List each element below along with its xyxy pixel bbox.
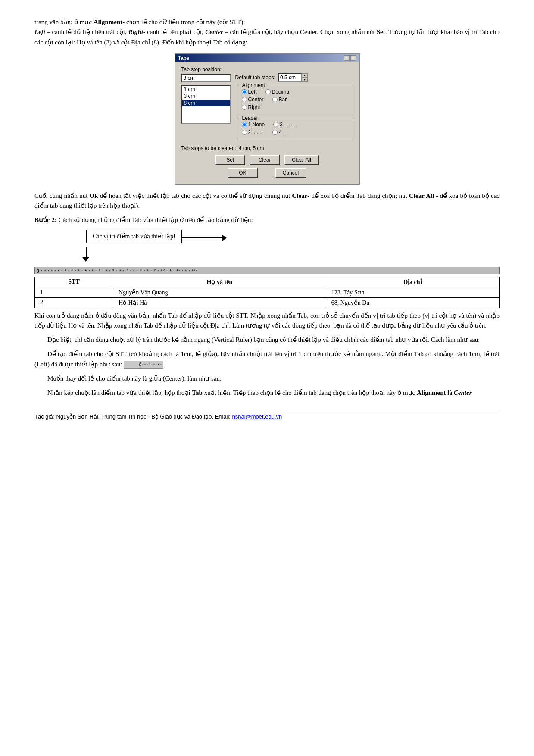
align-left-radio[interactable] (242, 89, 247, 94)
align-right-radio[interactable] (242, 105, 247, 110)
table-row: 1 Nguyễn Văn Quang 123, Tây Sơn (35, 287, 500, 297)
dialog-body: Tab stop position: Default tab stops: ▲ … (175, 62, 359, 184)
row2-address: 68, Nguyễn Du (326, 297, 499, 308)
footer: Tác giả: Nguyễn Sơn Hải, Trung tâm Tin h… (34, 411, 500, 420)
spin-buttons: ▲ ▼ (302, 73, 308, 82)
tab-list[interactable]: 1 cm 3 cm 8 cm (181, 85, 231, 124)
para5-text: Để tạo điểm tab cho cột STT (có khoảng c… (34, 350, 500, 367)
alignment-bold: Alignment (94, 19, 123, 25)
tab-list-container: 1 cm 3 cm 8 cm (181, 85, 231, 143)
leader-4-radio[interactable] (272, 130, 278, 135)
step2-bold: Bước 2: (34, 216, 57, 223)
dialog-help-button[interactable]: ? (344, 55, 350, 61)
dialog-close-button[interactable]: × (350, 55, 356, 61)
align-decimal-radio[interactable] (265, 89, 271, 94)
leader-row1: 1 None 3 ------- (242, 122, 348, 128)
row1-address: 123, Tây Sơn (326, 287, 499, 297)
default-tab-label: Default tab stops: (235, 75, 275, 81)
para7-1: Nhấn kép chuột lên điểm tab vừa thiết lậ… (47, 389, 192, 396)
align-right-option[interactable]: Right (242, 104, 260, 110)
step2-paragraph: Bước 2: Cách sử dụng những điểm Tab vừa … (34, 215, 500, 225)
leader-4-option[interactable]: 4 ___ (272, 129, 292, 135)
set-button[interactable]: Set (215, 155, 245, 165)
callout-area: Các vị trí điểm tab vừa thiết lập! (34, 230, 500, 264)
align-decimal-option[interactable]: Decimal (265, 89, 290, 95)
inline-ruler: ĝ · ¹ · ᴸ · ¹ · ² · (124, 361, 163, 369)
col-address-header: Địa chỉ (326, 277, 499, 287)
align-center-radio[interactable] (242, 97, 247, 102)
para7-2: xuất hiện. Tiếp theo chọn lề cho điểm ta… (203, 389, 417, 396)
ok-bold: Ok (90, 192, 98, 199)
align-center-option[interactable]: Center (242, 97, 264, 103)
clear-all-bold: Clear All (409, 192, 434, 199)
default-tab-input[interactable] (278, 73, 302, 82)
leader-2-radio[interactable] (242, 130, 247, 135)
paragraph-3: Khi con trỏ đang nằm ở đầu dòng văn bản,… (34, 311, 500, 331)
para-after-clear: - để xoá bỏ điểm Tab đang chọn; nút (307, 192, 409, 199)
spin-down-button[interactable]: ▼ (302, 78, 308, 82)
para-after-ok: để hoàn tất việc thiết lập tab cho các c… (98, 192, 292, 199)
spin-up-button[interactable]: ▲ (302, 73, 308, 78)
callout-arrowhead-down (82, 257, 89, 262)
paragraph-6: Muốn thay đổi lề cho điểm tab này là giữ… (34, 374, 500, 384)
leader-3-radio[interactable] (273, 122, 278, 127)
set-bold: Set (377, 28, 385, 35)
dash1: – canh lề dữ liệu bên trái cột, (45, 28, 128, 35)
align-left-option[interactable]: Left (242, 89, 257, 95)
row1-stt: 1 (35, 287, 113, 297)
para7-3: là (446, 389, 454, 396)
leader-2-option[interactable]: 2 ........ (242, 129, 264, 135)
footer-text: Tác giả: Nguyễn Sơn Hải, Trung tâm Tin h… (34, 413, 232, 420)
leader-3-option[interactable]: 3 ------- (273, 122, 296, 128)
leader-none-option[interactable]: 1 None (242, 122, 265, 128)
alignment-row2: Center Bar (242, 97, 348, 103)
main-content: trang văn bản; ở mục Alignment- chọn lề … (34, 17, 500, 420)
tab-stop-col: Tab stop position: (181, 66, 231, 82)
clear-all-button[interactable]: Clear All (284, 155, 319, 165)
col-stt-header: STT (35, 277, 113, 287)
paragraph-5: Để tạo điểm tab cho cột STT (có khoảng c… (34, 349, 500, 369)
tab-list-item-3cm[interactable]: 3 cm (182, 93, 230, 100)
alignment-groupbox: Alignment Left Decimal Center (237, 85, 353, 114)
tab-stop-input[interactable] (181, 74, 231, 82)
footer-email[interactable]: nshai@moet.edu.vn (232, 413, 282, 420)
align-bar-option[interactable]: Bar (272, 97, 287, 103)
cleared-row: Tab stops to be cleared: 4 cm, 5 cm (181, 145, 353, 151)
tabs-dialog: Tabs ? × Tab stop position: Default tab … (175, 53, 360, 185)
clear-bold: Clear (292, 192, 308, 199)
step2-text: Cách sử dụng những điểm Tab vừa thiết lậ… (57, 216, 253, 223)
dialog-titlebar: Tabs ? × (175, 54, 359, 62)
dialog-ok-cancel-row: OK Cancel (181, 168, 353, 181)
row2-stt: 2 (35, 297, 113, 308)
cleared-value: 4 cm, 5 cm (239, 145, 264, 151)
table-body: 1 Nguyễn Văn Quang 123, Tây Sơn 2 Hồ Hải… (35, 287, 500, 308)
leader-group-title: Leader (241, 115, 259, 121)
col-name-header: Họ và tên (113, 277, 326, 287)
table-header-row: STT Họ và tên Địa chỉ (35, 277, 500, 287)
center-bold-italic: Center (205, 28, 223, 35)
tab-bold: Tab (192, 389, 202, 396)
dialog-action-buttons: Set Clear Clear All (181, 155, 353, 165)
ok-button[interactable]: OK (228, 168, 258, 178)
ruler: ĝ · ¹ · ¹ · ² · ¹ · ³ · ¹ · ⁴ · ¹ · ⁵ · … (34, 267, 500, 274)
ruler-container: ĝ · ¹ · ¹ · ² · ¹ · ³ · ¹ · ⁴ · ¹ · ⁵ · … (34, 267, 500, 274)
row2-name: Hồ Hải Hà (113, 297, 326, 308)
intro-text: trang văn bản; ở mục (34, 19, 94, 25)
leader-none-radio[interactable] (242, 122, 247, 127)
leader-groupbox: Leader 1 None 3 ------- 2 ........ (237, 118, 353, 139)
para-after-dialog: Cuối cùng nhấn nút (34, 192, 90, 199)
clear-button[interactable]: Clear (250, 155, 280, 165)
cancel-button[interactable]: Cancel (275, 168, 306, 178)
tab-list-item-1cm[interactable]: 1 cm (182, 86, 230, 93)
alignment-group-title: Alignment (241, 82, 266, 88)
row1-name: Nguyễn Văn Quang (113, 287, 326, 297)
align-bar-radio[interactable] (272, 97, 278, 102)
paragraph-4: Đặc biệt, chỉ cần dùng chuột xử lý trên … (34, 335, 500, 345)
tab-list-item-8cm[interactable]: 8 cm (182, 100, 230, 106)
cleared-label: Tab stops to be cleared: (181, 145, 236, 151)
alignment-bold2: Alignment (417, 389, 446, 396)
callout-arrowhead-right (222, 235, 227, 241)
leader-row2: 2 ........ 4 ___ (242, 129, 348, 135)
ruler-text: ĝ · ¹ · ¹ · ² · ¹ · ³ · ¹ · ⁴ · ¹ · ⁵ · … (37, 268, 197, 273)
dialog-options: Alignment Left Decimal Center (237, 85, 353, 143)
